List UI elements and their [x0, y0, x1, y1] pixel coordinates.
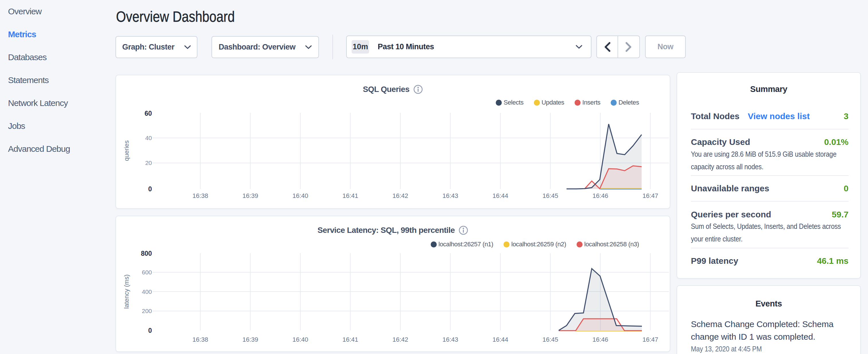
svg-text:16:46: 16:46: [592, 192, 608, 199]
svg-text:16:39: 16:39: [242, 192, 258, 199]
svg-text:16:47: 16:47: [643, 336, 658, 343]
svg-text:16:38: 16:38: [192, 336, 208, 343]
svg-text:16:43: 16:43: [442, 336, 458, 343]
svg-text:40: 40: [145, 135, 152, 141]
svg-text:60: 60: [145, 110, 152, 117]
svg-text:0: 0: [148, 327, 152, 334]
svg-text:16:45: 16:45: [542, 336, 558, 343]
svg-text:queries: queries: [123, 140, 130, 161]
svg-text:16:42: 16:42: [392, 336, 408, 343]
svg-text:16:40: 16:40: [292, 336, 308, 343]
svg-text:16:43: 16:43: [442, 192, 458, 199]
svg-text:20: 20: [145, 160, 152, 166]
svg-text:200: 200: [142, 308, 152, 314]
svg-text:600: 600: [142, 269, 152, 276]
svg-text:16:44: 16:44: [492, 192, 508, 199]
svg-text:16:45: 16:45: [542, 192, 558, 199]
svg-text:400: 400: [142, 288, 152, 295]
svg-text:latency (ms): latency (ms): [123, 275, 130, 309]
svg-text:16:41: 16:41: [342, 192, 358, 199]
svg-text:16:46: 16:46: [592, 336, 608, 343]
svg-text:16:41: 16:41: [342, 336, 358, 343]
svg-text:16:38: 16:38: [192, 192, 208, 199]
svg-text:16:44: 16:44: [492, 336, 508, 343]
svg-text:16:47: 16:47: [643, 192, 658, 199]
svg-text:800: 800: [141, 250, 152, 257]
svg-text:0: 0: [148, 185, 152, 193]
svg-text:16:40: 16:40: [292, 192, 308, 199]
svg-text:16:42: 16:42: [392, 192, 408, 199]
svg-text:16:39: 16:39: [242, 336, 258, 343]
